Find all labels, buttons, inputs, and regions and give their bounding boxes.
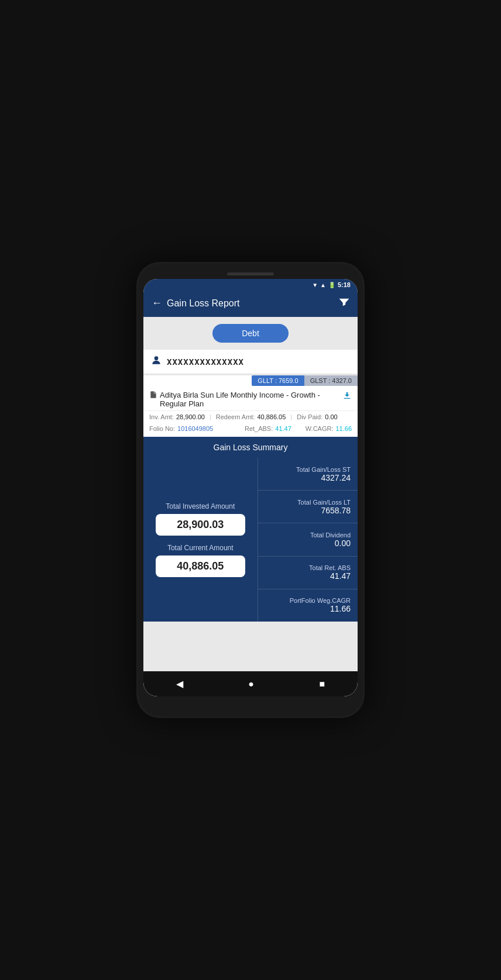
content-area: Debt XXXXXXXXXXXXXX GLLT : 7659.0 GLST :…: [143, 317, 358, 671]
nav-home-button[interactable]: ●: [239, 677, 263, 692]
status-bar: ▼ ▲ 🔋 5:18: [143, 279, 358, 291]
cagr-value: 11.66: [335, 425, 352, 432]
filter-icon[interactable]: [339, 296, 349, 310]
gllt-badge: GLLT : 7659.0: [252, 375, 304, 386]
summary-label-2: Total Dividend: [310, 532, 351, 539]
svg-point-0: [155, 356, 159, 360]
status-time: 5:18: [338, 281, 351, 288]
bottom-nav: ◀ ● ■: [143, 671, 358, 696]
total-current-value: 40,886.05: [156, 555, 245, 577]
fund-name-row: Aditya Birla Sun Life Monthly Income - G…: [143, 386, 358, 410]
summary-item-1: Total Gain/Loss LT 7658.78: [258, 491, 358, 523]
inv-amt-label: Inv. Amt:: [149, 413, 174, 420]
inv-amt-value: 28,900.00: [176, 413, 205, 420]
wifi-icon: ▼: [312, 282, 318, 288]
divider1: |: [210, 413, 211, 420]
debt-button[interactable]: Debt: [212, 324, 289, 343]
nav-recent-button[interactable]: ■: [310, 677, 335, 692]
gllt-row: GLLT : 7659.0 GLST : 4327.0: [143, 375, 358, 386]
div-paid-label: Div Paid:: [297, 413, 322, 420]
header-left: ← Gain Loss Report: [152, 297, 240, 309]
status-icons: ▼ ▲ 🔋 5:18: [312, 281, 351, 288]
summary-value-2: 0.00: [335, 539, 351, 548]
battery-icon: 🔋: [328, 282, 335, 288]
summary-body: Total Invested Amount 28,900.03 Total Cu…: [143, 458, 358, 622]
summary-header: Gain Loss Summary: [143, 437, 358, 458]
div-paid-value: 0.00: [325, 413, 337, 420]
back-button[interactable]: ←: [152, 297, 162, 309]
summary-item-2: Total Dividend 0.00: [258, 523, 358, 556]
summary-label-3: Total Ret. ABS: [309, 564, 351, 571]
phone-screen: ▼ ▲ 🔋 5:18 ← Gain Loss Report: [143, 279, 358, 696]
total-invested-label: Total Invested Amount: [166, 502, 235, 510]
summary-label-4: PortFolio Weg.CAGR: [290, 597, 351, 604]
summary-value-3: 41.47: [330, 571, 351, 581]
cagr-label: W.CAGR:: [306, 425, 334, 432]
nav-back-button[interactable]: ◀: [167, 676, 193, 692]
summary-footer: [143, 622, 358, 639]
redeem-amt-value: 40,886.05: [257, 413, 286, 420]
app-header: ← Gain Loss Report: [143, 291, 358, 317]
folio-label: Folio No:: [149, 425, 175, 432]
summary-right: Total Gain/Loss ST 4327.24 Total Gain/Lo…: [258, 458, 358, 622]
summary-value-0: 4327.24: [321, 473, 351, 482]
total-current-label: Total Current Amount: [167, 544, 234, 552]
download-icon[interactable]: [342, 391, 352, 402]
fund-card: GLLT : 7659.0 GLST : 4327.0 Aditya Birla…: [143, 375, 358, 437]
folio-value[interactable]: 1016049805: [177, 425, 213, 432]
phone-notch-bar: [143, 272, 358, 275]
document-icon: [149, 391, 157, 401]
debt-section: Debt: [143, 317, 358, 350]
user-row: XXXXXXXXXXXXXX: [143, 350, 358, 374]
summary-value-4: 11.66: [330, 604, 351, 613]
summary-label-0: Total Gain/Loss ST: [296, 466, 351, 473]
summary-item-3: Total Ret. ABS 41.47: [258, 557, 358, 589]
redeem-amt-label: Redeem Amt:: [216, 413, 255, 420]
fund-name: Aditya Birla Sun Life Monthly Income - G…: [160, 391, 342, 408]
gain-loss-summary: Gain Loss Summary Total Invested Amount …: [143, 437, 358, 622]
summary-label-1: Total Gain/Loss LT: [297, 499, 351, 506]
phone-outer: ▼ ▲ 🔋 5:18 ← Gain Loss Report: [136, 262, 365, 718]
summary-item-0: Total Gain/Loss ST 4327.24: [258, 458, 358, 491]
total-invested-value: 28,900.03: [156, 514, 245, 536]
user-avatar-icon: [150, 354, 162, 369]
summary-item-4: PortFolio Weg.CAGR 11.66: [258, 589, 358, 622]
page-title: Gain Loss Report: [167, 298, 240, 309]
user-name: XXXXXXXXXXXXXX: [167, 357, 244, 367]
divider2: |: [290, 413, 292, 420]
fund-details-row2: Folio No: 1016049805 Ret_ABS: 41.47 W.CA…: [143, 423, 358, 437]
ret-label: Ret_ABS:: [245, 425, 273, 432]
glst-badge: GLST : 4327.0: [304, 375, 358, 386]
signal-icon: ▲: [320, 282, 326, 288]
fund-details-row1: Inv. Amt: 28,900.00 | Redeem Amt: 40,886…: [143, 410, 358, 423]
ret-value: 41.47: [275, 425, 291, 432]
phone-notch: [227, 272, 274, 275]
summary-value-1: 7658.78: [321, 506, 351, 515]
summary-left: Total Invested Amount 28,900.03 Total Cu…: [143, 458, 258, 622]
